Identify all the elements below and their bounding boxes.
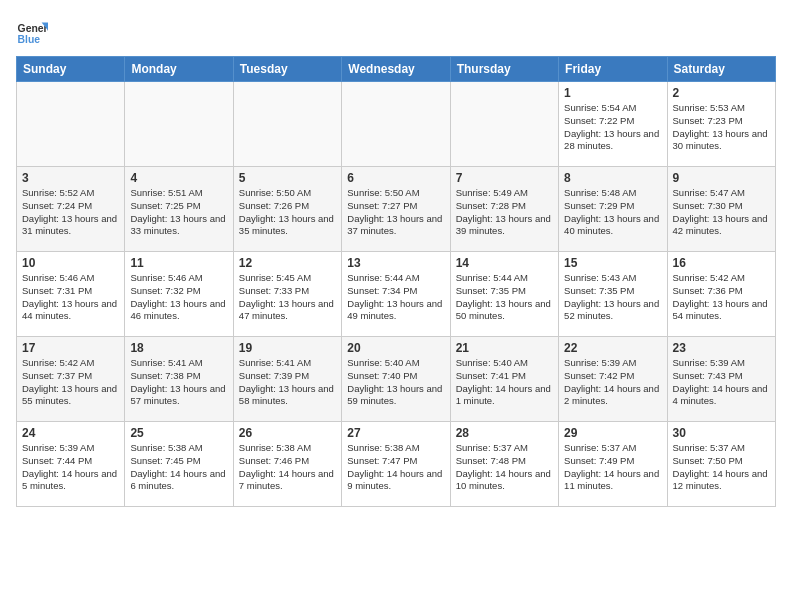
calendar-header-monday: Monday	[125, 57, 233, 82]
day-number: 10	[22, 256, 119, 270]
calendar-cell: 29Sunrise: 5:37 AM Sunset: 7:49 PM Dayli…	[559, 422, 667, 507]
day-info: Sunrise: 5:46 AM Sunset: 7:31 PM Dayligh…	[22, 272, 119, 323]
calendar-cell: 27Sunrise: 5:38 AM Sunset: 7:47 PM Dayli…	[342, 422, 450, 507]
calendar-cell: 1Sunrise: 5:54 AM Sunset: 7:22 PM Daylig…	[559, 82, 667, 167]
day-info: Sunrise: 5:41 AM Sunset: 7:39 PM Dayligh…	[239, 357, 336, 408]
calendar-cell: 5Sunrise: 5:50 AM Sunset: 7:26 PM Daylig…	[233, 167, 341, 252]
day-info: Sunrise: 5:47 AM Sunset: 7:30 PM Dayligh…	[673, 187, 770, 238]
day-info: Sunrise: 5:49 AM Sunset: 7:28 PM Dayligh…	[456, 187, 553, 238]
calendar-table: SundayMondayTuesdayWednesdayThursdayFrid…	[16, 56, 776, 507]
day-info: Sunrise: 5:42 AM Sunset: 7:37 PM Dayligh…	[22, 357, 119, 408]
logo: General Blue	[16, 16, 48, 48]
day-number: 24	[22, 426, 119, 440]
calendar-cell	[125, 82, 233, 167]
calendar-week-4: 24Sunrise: 5:39 AM Sunset: 7:44 PM Dayli…	[17, 422, 776, 507]
day-info: Sunrise: 5:38 AM Sunset: 7:46 PM Dayligh…	[239, 442, 336, 493]
day-info: Sunrise: 5:53 AM Sunset: 7:23 PM Dayligh…	[673, 102, 770, 153]
calendar-cell	[450, 82, 558, 167]
day-number: 18	[130, 341, 227, 355]
day-info: Sunrise: 5:45 AM Sunset: 7:33 PM Dayligh…	[239, 272, 336, 323]
logo-icon: General Blue	[16, 16, 48, 48]
calendar-cell: 20Sunrise: 5:40 AM Sunset: 7:40 PM Dayli…	[342, 337, 450, 422]
calendar-cell: 9Sunrise: 5:47 AM Sunset: 7:30 PM Daylig…	[667, 167, 775, 252]
day-number: 26	[239, 426, 336, 440]
calendar-cell	[233, 82, 341, 167]
day-info: Sunrise: 5:40 AM Sunset: 7:40 PM Dayligh…	[347, 357, 444, 408]
day-number: 5	[239, 171, 336, 185]
calendar-header-sunday: Sunday	[17, 57, 125, 82]
calendar-cell: 3Sunrise: 5:52 AM Sunset: 7:24 PM Daylig…	[17, 167, 125, 252]
day-number: 8	[564, 171, 661, 185]
calendar-cell: 12Sunrise: 5:45 AM Sunset: 7:33 PM Dayli…	[233, 252, 341, 337]
day-number: 13	[347, 256, 444, 270]
calendar-header-tuesday: Tuesday	[233, 57, 341, 82]
calendar-cell: 17Sunrise: 5:42 AM Sunset: 7:37 PM Dayli…	[17, 337, 125, 422]
calendar-week-3: 17Sunrise: 5:42 AM Sunset: 7:37 PM Dayli…	[17, 337, 776, 422]
day-number: 21	[456, 341, 553, 355]
day-info: Sunrise: 5:54 AM Sunset: 7:22 PM Dayligh…	[564, 102, 661, 153]
day-number: 17	[22, 341, 119, 355]
day-number: 20	[347, 341, 444, 355]
calendar-cell: 24Sunrise: 5:39 AM Sunset: 7:44 PM Dayli…	[17, 422, 125, 507]
day-info: Sunrise: 5:38 AM Sunset: 7:47 PM Dayligh…	[347, 442, 444, 493]
day-info: Sunrise: 5:46 AM Sunset: 7:32 PM Dayligh…	[130, 272, 227, 323]
day-info: Sunrise: 5:50 AM Sunset: 7:26 PM Dayligh…	[239, 187, 336, 238]
calendar-cell: 22Sunrise: 5:39 AM Sunset: 7:42 PM Dayli…	[559, 337, 667, 422]
day-info: Sunrise: 5:48 AM Sunset: 7:29 PM Dayligh…	[564, 187, 661, 238]
calendar-cell: 4Sunrise: 5:51 AM Sunset: 7:25 PM Daylig…	[125, 167, 233, 252]
calendar-week-2: 10Sunrise: 5:46 AM Sunset: 7:31 PM Dayli…	[17, 252, 776, 337]
day-info: Sunrise: 5:52 AM Sunset: 7:24 PM Dayligh…	[22, 187, 119, 238]
day-info: Sunrise: 5:44 AM Sunset: 7:34 PM Dayligh…	[347, 272, 444, 323]
day-info: Sunrise: 5:37 AM Sunset: 7:49 PM Dayligh…	[564, 442, 661, 493]
day-number: 7	[456, 171, 553, 185]
day-info: Sunrise: 5:50 AM Sunset: 7:27 PM Dayligh…	[347, 187, 444, 238]
calendar-cell: 2Sunrise: 5:53 AM Sunset: 7:23 PM Daylig…	[667, 82, 775, 167]
day-number: 2	[673, 86, 770, 100]
calendar-cell: 8Sunrise: 5:48 AM Sunset: 7:29 PM Daylig…	[559, 167, 667, 252]
day-info: Sunrise: 5:38 AM Sunset: 7:45 PM Dayligh…	[130, 442, 227, 493]
calendar-cell: 19Sunrise: 5:41 AM Sunset: 7:39 PM Dayli…	[233, 337, 341, 422]
day-info: Sunrise: 5:42 AM Sunset: 7:36 PM Dayligh…	[673, 272, 770, 323]
day-info: Sunrise: 5:51 AM Sunset: 7:25 PM Dayligh…	[130, 187, 227, 238]
day-number: 28	[456, 426, 553, 440]
calendar-cell: 23Sunrise: 5:39 AM Sunset: 7:43 PM Dayli…	[667, 337, 775, 422]
calendar-header-saturday: Saturday	[667, 57, 775, 82]
calendar-cell: 14Sunrise: 5:44 AM Sunset: 7:35 PM Dayli…	[450, 252, 558, 337]
calendar-header-thursday: Thursday	[450, 57, 558, 82]
calendar-cell: 21Sunrise: 5:40 AM Sunset: 7:41 PM Dayli…	[450, 337, 558, 422]
calendar-header-wednesday: Wednesday	[342, 57, 450, 82]
day-info: Sunrise: 5:37 AM Sunset: 7:48 PM Dayligh…	[456, 442, 553, 493]
day-number: 19	[239, 341, 336, 355]
calendar-week-0: 1Sunrise: 5:54 AM Sunset: 7:22 PM Daylig…	[17, 82, 776, 167]
calendar-cell	[342, 82, 450, 167]
day-number: 27	[347, 426, 444, 440]
day-info: Sunrise: 5:39 AM Sunset: 7:43 PM Dayligh…	[673, 357, 770, 408]
day-info: Sunrise: 5:44 AM Sunset: 7:35 PM Dayligh…	[456, 272, 553, 323]
day-number: 9	[673, 171, 770, 185]
day-number: 4	[130, 171, 227, 185]
calendar-cell: 7Sunrise: 5:49 AM Sunset: 7:28 PM Daylig…	[450, 167, 558, 252]
calendar-cell: 16Sunrise: 5:42 AM Sunset: 7:36 PM Dayli…	[667, 252, 775, 337]
calendar-week-1: 3Sunrise: 5:52 AM Sunset: 7:24 PM Daylig…	[17, 167, 776, 252]
day-info: Sunrise: 5:39 AM Sunset: 7:42 PM Dayligh…	[564, 357, 661, 408]
day-number: 6	[347, 171, 444, 185]
day-number: 25	[130, 426, 227, 440]
day-number: 14	[456, 256, 553, 270]
calendar-cell: 30Sunrise: 5:37 AM Sunset: 7:50 PM Dayli…	[667, 422, 775, 507]
calendar-cell: 25Sunrise: 5:38 AM Sunset: 7:45 PM Dayli…	[125, 422, 233, 507]
calendar-cell	[17, 82, 125, 167]
day-info: Sunrise: 5:41 AM Sunset: 7:38 PM Dayligh…	[130, 357, 227, 408]
calendar-cell: 15Sunrise: 5:43 AM Sunset: 7:35 PM Dayli…	[559, 252, 667, 337]
day-number: 22	[564, 341, 661, 355]
calendar-cell: 13Sunrise: 5:44 AM Sunset: 7:34 PM Dayli…	[342, 252, 450, 337]
calendar-header-friday: Friday	[559, 57, 667, 82]
day-number: 30	[673, 426, 770, 440]
calendar-cell: 28Sunrise: 5:37 AM Sunset: 7:48 PM Dayli…	[450, 422, 558, 507]
calendar-header-row: SundayMondayTuesdayWednesdayThursdayFrid…	[17, 57, 776, 82]
day-number: 12	[239, 256, 336, 270]
day-number: 29	[564, 426, 661, 440]
day-number: 1	[564, 86, 661, 100]
calendar-cell: 6Sunrise: 5:50 AM Sunset: 7:27 PM Daylig…	[342, 167, 450, 252]
day-number: 3	[22, 171, 119, 185]
calendar-cell: 18Sunrise: 5:41 AM Sunset: 7:38 PM Dayli…	[125, 337, 233, 422]
